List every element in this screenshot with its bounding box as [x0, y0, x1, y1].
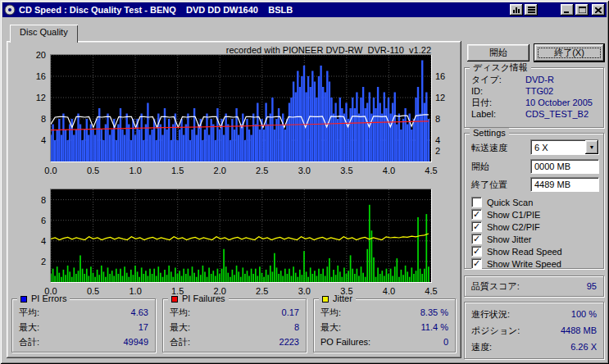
chevron-down-icon[interactable]: ▼ [585, 140, 598, 154]
end-position-field[interactable]: 4489 MB [530, 177, 599, 192]
position-value: 4488 MB [561, 325, 597, 336]
x-axis-tick: 4.5 [420, 286, 442, 296]
x-axis-tick: 1.5 [167, 166, 189, 175]
progress-value: 100 % [571, 309, 597, 320]
x-axis-tick: 4.5 [420, 166, 442, 175]
end-position-label: 終了位置 [471, 180, 507, 190]
x-axis-tick: 0.5 [83, 166, 104, 175]
y-axis-tick-left: 4 [25, 135, 46, 145]
stat-row: 平均:8.35 % [320, 307, 448, 318]
x-axis-tick: 3.5 [336, 286, 357, 296]
minimize-button[interactable] [561, 4, 574, 16]
speed-combobox-value: 6 X [531, 143, 585, 152]
stat-row: 最大:8 [170, 322, 299, 333]
y-axis-tick-left: 12 [25, 93, 46, 102]
graph-view-icon-button[interactable] [510, 4, 523, 16]
disc-info-title: ディスク情報 [470, 62, 531, 73]
pi-failures-stats-box: PI Failures 平均:0.17 最大:8 合計:2223 [162, 298, 307, 353]
x-axis-tick: 0.0 [40, 166, 61, 175]
progress-label: 進行状況: [471, 309, 510, 320]
pi-errors-stats-box: PI Errors 平均:4.63 最大:17 合計:49949 [11, 298, 156, 353]
pi-errors-chart [51, 55, 431, 162]
pi-errors-legend-swatch [20, 296, 27, 303]
window-title: CD Speed : Disc Quality Test - BENQ DVD … [19, 5, 293, 15]
disc-id-value: TTG02 [525, 86, 553, 97]
x-axis-tick: 2.5 [252, 166, 273, 175]
start-position-field[interactable]: 0000 MB [530, 159, 599, 174]
tab-disc-quality[interactable]: Disc Quality [10, 25, 78, 43]
x-axis-tick: 2.5 [252, 286, 273, 296]
disc-quality-panel: recorded with PIONEER DVD-RW DVR-110 v1.… [7, 41, 461, 358]
stat-row: 最大:17 [19, 322, 148, 333]
x-axis-tick: 0.5 [83, 286, 104, 296]
disc-id-label: ID: [471, 86, 483, 97]
titlebar[interactable]: CD Speed : Disc Quality Test - BENQ DVD … [2, 2, 607, 17]
data-view-icon-button[interactable] [525, 4, 538, 16]
y-axis-tick-left: 4 [25, 236, 46, 246]
status-box: 進行状況: 100 % ポジション: 4488 MB 速度: 6.26 X [464, 302, 604, 359]
position-label: ポジション: [471, 325, 520, 336]
check-icon: ✓ [473, 247, 480, 255]
quality-score-label: 品質スコア: [471, 281, 520, 292]
x-axis-tick: 1.0 [125, 166, 146, 175]
y-axis-tick-right: 8 [435, 114, 457, 124]
maximize-button[interactable] [575, 4, 589, 16]
x-axis-tick: 1.5 [167, 286, 189, 296]
close-icon[interactable] [592, 4, 605, 16]
disc-date-label: 日付: [471, 98, 492, 108]
speed-combobox[interactable]: 6 X ▼ [530, 139, 599, 155]
stat-row: 平均:0.17 [170, 307, 299, 318]
jitter-stats-box: Jitter 平均:8.35 % 最大:11.4 % PO Failures:0 [313, 298, 456, 353]
start-position-label: 開始 [471, 162, 489, 172]
x-axis-tick: 4.0 [378, 286, 399, 296]
stat-row: 平均:4.63 [19, 307, 148, 318]
y-axis-tick-right: 16 [435, 71, 457, 81]
disc-label-value: CDS_TEST_B2 [525, 109, 589, 120]
y-axis-tick-right: 4 [435, 135, 457, 145]
x-axis-tick: 0.0 [40, 286, 61, 296]
pi-errors-plot-frame [50, 54, 432, 162]
stat-row: PO Failures:0 [320, 337, 448, 348]
tab-label: Disc Quality [20, 27, 68, 37]
y-axis-tick-left: 16 [25, 71, 46, 81]
y-axis-tick-left: 8 [25, 114, 46, 124]
speed-label: 転送速度 [471, 143, 507, 153]
disc-label-label: Label: [471, 109, 496, 120]
quality-score-value: 95 [587, 281, 597, 292]
jitter-legend-swatch [322, 296, 329, 303]
start-button[interactable]: 開始 [467, 44, 529, 61]
disc-type-value: DVD-R [525, 75, 554, 85]
checkbox-show-c1-pie[interactable]: ✓ Show C1/PIE [471, 209, 540, 220]
speed-status-value: 6.26 X [570, 342, 597, 353]
checkbox-show-c2-pif[interactable]: ✓ Show C2/PIF [471, 221, 540, 232]
stat-row: 合計:2223 [170, 337, 299, 348]
check-icon: ✓ [473, 234, 480, 243]
check-icon: ✓ [473, 222, 480, 230]
disc-date-value: 10 October 2005 [525, 98, 593, 108]
checkbox-quick-scan[interactable]: ✓ Quick Scan [471, 197, 533, 207]
checkbox-show-read-speed[interactable]: ✓ Show Read Speed [471, 246, 562, 257]
y-axis-tick-left: 8 [25, 195, 46, 205]
stat-row: 最大:11.4 % [320, 322, 448, 333]
settings-title: Settings [470, 128, 509, 139]
exit-button[interactable]: 終了(X) [534, 44, 604, 61]
y-axis-tick-right: 2 [435, 146, 457, 156]
checkbox-show-jitter[interactable]: ✓ Show Jitter [471, 234, 531, 244]
check-icon: ✓ [473, 210, 480, 218]
x-axis-tick: 3.0 [293, 166, 315, 175]
check-icon: ✓ [473, 259, 480, 267]
app-window: CD Speed : Disc Quality Test - BENQ DVD … [0, 0, 609, 364]
y-axis-tick-left: 6 [25, 216, 46, 225]
x-axis-tick: 4.0 [378, 166, 399, 175]
pi-failures-jitter-chart [51, 189, 431, 282]
x-axis-tick: 2.0 [209, 166, 230, 175]
pi-failures-plot-frame [50, 189, 432, 283]
speed-status-label: 速度: [471, 342, 492, 353]
checkbox-show-write-speed[interactable]: ✓ Show Write Speed [471, 258, 561, 269]
pi-failures-legend-swatch [171, 296, 178, 303]
quality-score-box: 品質スコア: 95 [464, 275, 604, 297]
disc-info-group: ディスク情報 タイプ: DVD-R ID: TTG02 日付: 10 Octob… [464, 67, 604, 128]
app-icon [4, 4, 16, 16]
stat-row: 合計:49949 [19, 337, 148, 348]
y-axis-tick-right: 12 [435, 93, 457, 102]
